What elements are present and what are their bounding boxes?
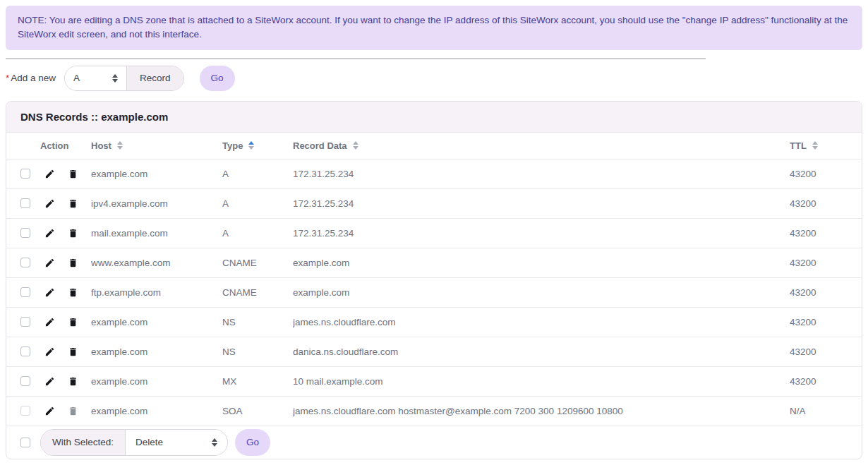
row-ttl: 43200 xyxy=(790,198,862,209)
edit-icon[interactable] xyxy=(44,317,55,327)
column-header-record-data[interactable]: Record Data xyxy=(293,140,790,151)
record-type-select[interactable]: A xyxy=(65,66,127,90)
delete-icon[interactable] xyxy=(68,317,78,327)
column-header-action: Action xyxy=(40,140,91,151)
table-row: example.com A 172.31.25.234 43200 xyxy=(6,159,862,188)
row-record-data: 172.31.25.234 xyxy=(293,198,790,209)
row-type: CNAME xyxy=(222,258,293,268)
row-ttl: 43200 xyxy=(790,169,862,179)
delete-icon[interactable] xyxy=(68,228,78,239)
edit-icon[interactable] xyxy=(44,198,55,209)
sort-icon-type[interactable] xyxy=(248,141,254,150)
row-checkbox[interactable] xyxy=(20,347,30,356)
dns-rows: example.com A 172.31.25.234 43200 ipv4.e… xyxy=(6,159,862,426)
row-ttl: 43200 xyxy=(790,258,862,268)
sort-icon-host[interactable] xyxy=(117,141,123,150)
delete-icon[interactable] xyxy=(68,258,78,268)
row-record-data: 172.31.25.234 xyxy=(293,169,790,179)
row-type: A xyxy=(222,169,293,179)
row-checkbox[interactable] xyxy=(20,406,30,416)
column-header-host[interactable]: Host xyxy=(91,140,222,151)
row-host: example.com xyxy=(91,406,222,416)
edit-icon[interactable] xyxy=(44,228,55,239)
row-record-data: example.com xyxy=(293,287,790,298)
row-host: example.com xyxy=(91,376,222,387)
add-record-go-button[interactable]: Go xyxy=(200,66,235,91)
delete-icon[interactable] xyxy=(68,169,78,179)
row-checkbox[interactable] xyxy=(20,228,30,238)
delete-icon[interactable] xyxy=(68,287,78,298)
table-row: ipv4.example.com A 172.31.25.234 43200 xyxy=(6,188,862,218)
dns-records-panel: DNS Records :: example.com Action Host T… xyxy=(6,101,862,459)
panel-title: DNS Records :: example.com xyxy=(6,102,862,133)
bulk-action-go-button[interactable]: Go xyxy=(235,429,270,456)
row-type: NS xyxy=(222,317,293,327)
table-row: example.com NS james.ns.cloudflare.com 4… xyxy=(6,307,862,337)
row-record-data: example.com xyxy=(293,258,790,268)
note-banner: NOTE: You are editing a DNS zone that is… xyxy=(6,6,862,50)
with-selected-pill: With Selected: Delete xyxy=(40,429,228,456)
row-ttl: N/A xyxy=(790,406,862,416)
note-text: NOTE: You are editing a DNS zone that is… xyxy=(18,15,848,40)
table-row: mail.example.com A 172.31.25.234 43200 xyxy=(6,218,862,248)
delete-icon[interactable] xyxy=(68,347,78,357)
row-record-data: 10 mail.example.com xyxy=(293,376,790,387)
row-ttl: 43200 xyxy=(790,347,862,357)
add-record-label: Add a new xyxy=(11,73,56,83)
row-host: www.example.com xyxy=(91,258,222,268)
edit-icon[interactable] xyxy=(44,169,55,179)
table-header-row: Action Host Type Record Data TTL xyxy=(6,133,862,159)
row-host: example.com xyxy=(91,169,222,179)
table-row: example.com NS danica.ns.cloudflare.com … xyxy=(6,337,862,366)
row-checkbox[interactable] xyxy=(20,169,30,179)
row-type: NS xyxy=(222,347,293,357)
edit-icon[interactable] xyxy=(44,347,55,357)
row-checkbox[interactable] xyxy=(20,317,30,327)
row-checkbox[interactable] xyxy=(20,287,30,297)
with-selected-label: With Selected: xyxy=(41,430,126,455)
row-checkbox[interactable] xyxy=(20,258,30,267)
table-row: ftp.example.com CNAME example.com 43200 xyxy=(6,277,862,307)
row-ttl: 43200 xyxy=(790,228,862,239)
row-ttl: 43200 xyxy=(790,317,862,327)
select-all-checkbox[interactable] xyxy=(20,438,30,447)
row-record-data: 172.31.25.234 xyxy=(293,228,790,239)
edit-icon[interactable] xyxy=(44,258,55,268)
column-header-ttl[interactable]: TTL xyxy=(790,140,862,151)
sort-icon-record-data[interactable] xyxy=(353,141,358,150)
row-host: ipv4.example.com xyxy=(91,198,222,209)
sort-icon-ttl[interactable] xyxy=(812,141,818,150)
edit-icon[interactable] xyxy=(44,376,55,387)
row-record-data: danica.ns.cloudflare.com xyxy=(293,347,790,357)
edit-icon[interactable] xyxy=(44,406,55,416)
row-type: SOA xyxy=(222,406,293,416)
add-record-row: * Add a new A Record Go xyxy=(6,66,868,91)
section-divider xyxy=(6,58,706,59)
delete-icon xyxy=(68,406,78,416)
row-host: mail.example.com xyxy=(91,228,222,239)
row-type: A xyxy=(222,198,293,209)
row-checkbox[interactable] xyxy=(20,198,30,208)
row-record-data: james.ns.cloudflare.com hostmaster@examp… xyxy=(293,406,790,416)
delete-icon[interactable] xyxy=(68,198,78,209)
edit-icon[interactable] xyxy=(44,287,55,298)
record-type-value: A xyxy=(73,73,80,83)
bulk-action-row: With Selected: Delete Go xyxy=(6,426,862,459)
row-type: MX xyxy=(222,376,293,387)
delete-icon[interactable] xyxy=(68,376,78,387)
row-host: ftp.example.com xyxy=(91,287,222,298)
row-ttl: 43200 xyxy=(790,287,862,298)
table-row: example.com MX 10 mail.example.com 43200 xyxy=(6,366,862,396)
record-suffix-label: Record xyxy=(127,66,183,90)
row-checkbox[interactable] xyxy=(20,376,30,386)
row-record-data: james.ns.cloudflare.com xyxy=(293,317,790,327)
bulk-action-select[interactable]: Delete xyxy=(126,430,227,455)
bulk-action-value: Delete xyxy=(135,437,163,447)
row-host: example.com xyxy=(91,317,222,327)
table-row: example.com SOA james.ns.cloudflare.com … xyxy=(6,396,862,426)
column-header-type[interactable]: Type xyxy=(222,140,293,151)
select-arrows-icon xyxy=(212,438,217,447)
required-marker: * xyxy=(6,73,9,83)
row-host: example.com xyxy=(91,347,222,357)
row-ttl: 43200 xyxy=(790,376,862,387)
